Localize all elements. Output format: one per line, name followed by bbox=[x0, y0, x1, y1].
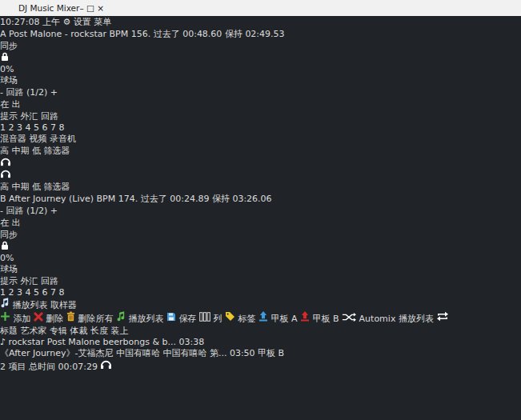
delete-button[interactable]: 删除 bbox=[34, 314, 66, 324]
trash-icon bbox=[66, 311, 75, 322]
deck-a-header: A Post Malone - rockstar BPM 156. 过去了 00… bbox=[0, 28, 521, 40]
deck-a-tab-cue[interactable]: 提示 bbox=[0, 111, 18, 122]
topbar: 10:27:08 上午 ⚙ 设置 菜单 bbox=[0, 16, 521, 28]
tab-playlist[interactable]: 播放列表 bbox=[0, 300, 50, 310]
save-button[interactable]: 保存 bbox=[166, 314, 199, 324]
deck-a-pad-7[interactable]: 7 bbox=[50, 122, 56, 133]
deck-a-headphone-cue-button[interactable] bbox=[0, 157, 521, 169]
row-loaded-deck: 甲板 B bbox=[258, 348, 284, 358]
deck-b-loop-minus-button[interactable]: - bbox=[0, 206, 3, 216]
deck-b-loop-plus-button[interactable]: + bbox=[50, 206, 58, 216]
load-deck-a-button[interactable]: 甲板 A bbox=[258, 314, 300, 324]
deck-b-tab-loop[interactable]: 回路 bbox=[41, 276, 58, 286]
floppy-icon bbox=[166, 312, 176, 322]
playlist-table-header: 标题 艺术家 专辑 体裁 长度 装上 bbox=[0, 325, 521, 337]
deck-b-loop-in-button[interactable]: 在 bbox=[0, 218, 9, 228]
deck-a-tab-loop[interactable]: 回路 bbox=[41, 111, 58, 122]
close-button[interactable]: × bbox=[97, 3, 104, 13]
deck-b-keylock-button[interactable] bbox=[0, 241, 521, 253]
deck-b-pad-3[interactable]: 3 bbox=[17, 287, 22, 298]
deck-b-pad-2[interactable]: 2 bbox=[9, 287, 14, 298]
deck-b-pad-6[interactable]: 6 bbox=[42, 287, 48, 298]
row-artist: 中国有嘻哈 bbox=[116, 348, 160, 358]
deck-a-letter: A bbox=[0, 29, 6, 39]
tag-button[interactable]: 标签 bbox=[225, 314, 258, 324]
item-count: 2 项目 bbox=[0, 362, 26, 372]
window-title: DJ Music Mixer bbox=[18, 3, 79, 13]
deck-a-pad-8[interactable]: 8 bbox=[59, 122, 65, 133]
mixer-panel: 混音器 视频 录音机 高 中期 低 筛选器 bbox=[0, 133, 521, 193]
deck-b-pad-5[interactable]: 5 bbox=[34, 287, 39, 298]
deck-b-pad-1[interactable]: 1 bbox=[0, 287, 6, 298]
deck-b-sync-button[interactable]: 同步 bbox=[0, 229, 521, 241]
deck-a-loop-minus-button[interactable]: - bbox=[0, 87, 3, 98]
playlist-section: 播放列表 取样器 添加 删除 删除所有 播放列表 bbox=[0, 298, 521, 373]
deck-a-pad-5[interactable]: 5 bbox=[34, 122, 39, 133]
automix-button[interactable]: Automix 播放列表 bbox=[342, 314, 436, 324]
lock-icon bbox=[0, 241, 10, 250]
column-length[interactable]: 长度 bbox=[90, 326, 108, 336]
menu-button[interactable]: 菜单 bbox=[94, 17, 111, 27]
columns-button[interactable]: 列 bbox=[199, 314, 225, 324]
deck-a-loop-in-button[interactable]: 在 bbox=[0, 99, 9, 110]
gear-icon: ⚙ bbox=[62, 17, 70, 27]
deck-b-loop-label[interactable]: 回路 (1/2) bbox=[6, 206, 47, 216]
deck-a-pad-6[interactable]: 6 bbox=[42, 122, 48, 133]
delete-all-button[interactable]: 删除所有 bbox=[66, 314, 116, 324]
tab-sampler[interactable]: 取样器 bbox=[50, 300, 77, 310]
mixer-tab-mixer[interactable]: 混音器 bbox=[0, 134, 26, 144]
deck-a-pad-3[interactable]: 3 bbox=[17, 122, 22, 133]
deck-a-tab-fx[interactable]: 外汇 bbox=[21, 111, 38, 122]
column-loaded[interactable]: 装上 bbox=[111, 326, 129, 336]
deck-b-track-title: After Journey (Live) bbox=[9, 194, 94, 204]
deck-a-pad-2[interactable]: 2 bbox=[9, 122, 14, 133]
titlebar: DJ Music Mixer – □ × bbox=[0, 0, 521, 16]
deck-b-tab-cue[interactable]: 提示 bbox=[0, 276, 18, 286]
deck-a-loop-out-button[interactable]: 出 bbox=[12, 99, 21, 110]
playlist-note-icon bbox=[0, 298, 10, 308]
shuffle-icon bbox=[342, 313, 356, 322]
table-row[interactable]: ♪ rockstar Post Malone beerbongs & b... … bbox=[0, 337, 521, 347]
clock: 10:27:08 上午 bbox=[0, 17, 60, 27]
table-row-selected[interactable]: 《After Journey》-艾福杰尼 中国有嘻哈 中国有嘻哈 第... 03… bbox=[0, 347, 521, 359]
mixer-tab-recorder[interactable]: 录音机 bbox=[50, 134, 76, 144]
column-artist[interactable]: 艺术家 bbox=[21, 326, 47, 336]
maximize-button[interactable]: □ bbox=[86, 3, 94, 13]
deck-b-pad-7[interactable]: 7 bbox=[50, 287, 56, 298]
repeat-button[interactable] bbox=[436, 314, 449, 324]
deck-a-pitch-percent: 0% bbox=[0, 64, 521, 74]
deck-b-tab-fx[interactable]: 外汇 bbox=[21, 276, 38, 286]
deck-a-loop-plus-button[interactable]: + bbox=[50, 87, 58, 98]
load-deck-b-button[interactable]: 甲板 B bbox=[300, 314, 342, 324]
deck-a-keylock-button[interactable] bbox=[0, 52, 521, 64]
add-button[interactable]: 添加 bbox=[0, 314, 34, 324]
column-genre[interactable]: 体裁 bbox=[70, 326, 88, 336]
row-artist: Post Malone bbox=[47, 337, 100, 347]
statusbar: 2 项目 总时间 00:07:29 bbox=[0, 359, 521, 373]
column-album[interactable]: 专辑 bbox=[50, 326, 67, 336]
deck-a-pad-4[interactable]: 4 bbox=[26, 122, 31, 133]
deck-a-bpm-value: 156. bbox=[131, 29, 151, 39]
minimize-button[interactable]: – bbox=[79, 3, 83, 13]
load-deck-b-arrow-icon bbox=[300, 311, 310, 322]
settings-button[interactable]: ⚙ 设置 bbox=[62, 17, 94, 27]
deck-a-elapsed-value: 00:48.60 bbox=[182, 29, 222, 39]
deck-b-letter: B bbox=[0, 194, 6, 204]
deck-a-sync-button[interactable]: 同步 bbox=[0, 40, 521, 52]
deck-a-eq-knobs: 高 中期 低 筛选器 bbox=[0, 145, 521, 157]
deck-a-loop-label[interactable]: 回路 (1/2) bbox=[6, 87, 47, 98]
deck-a-pad-1[interactable]: 1 bbox=[0, 122, 6, 133]
deck-b-pad-4[interactable]: 4 bbox=[26, 287, 31, 298]
deck-b-loop-out-button[interactable]: 出 bbox=[12, 218, 21, 228]
headphones-icon[interactable] bbox=[100, 359, 112, 370]
playlist-button[interactable]: 播放列表 bbox=[116, 314, 166, 324]
tab-sampler-label: 取样器 bbox=[50, 300, 77, 310]
mixer-tab-video[interactable]: 视频 bbox=[30, 134, 47, 144]
deck-b-headphone-cue-button[interactable] bbox=[0, 169, 521, 181]
menu-label: 菜单 bbox=[94, 17, 111, 27]
column-title[interactable]: 标题 bbox=[0, 326, 18, 336]
music-note-icon: ♪ bbox=[0, 337, 6, 347]
repeat-icon bbox=[436, 311, 449, 322]
deck-b-pad-8[interactable]: 8 bbox=[59, 287, 65, 298]
automix-label: Automix 播放列表 bbox=[359, 314, 434, 324]
